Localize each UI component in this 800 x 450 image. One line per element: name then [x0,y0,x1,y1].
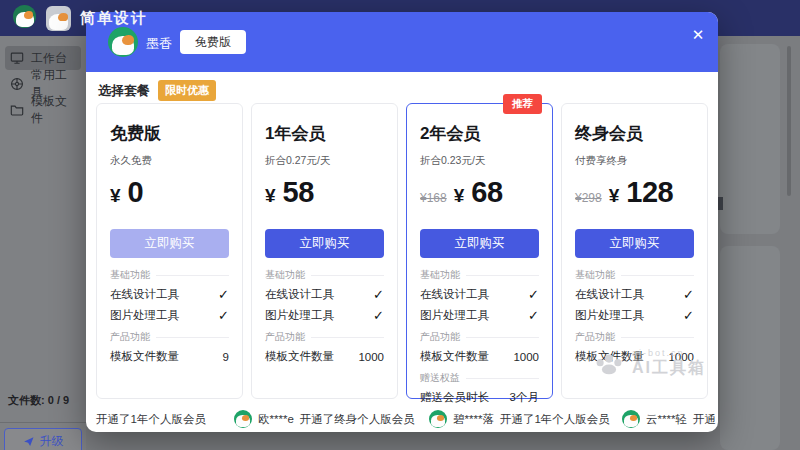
background-panel [720,44,780,234]
ticker-item: 碧****落 开通了1年个人版会员 [429,406,610,432]
feature-row: 在线设计工具 ✓ [420,284,539,305]
currency-symbol: ¥ [609,185,620,207]
tools-icon [10,77,24,91]
ticker-avatar [622,410,640,428]
section-title: 选择套餐 [98,82,150,100]
scrollbar[interactable] [787,46,791,196]
buy-now-button[interactable]: 立即购买 [575,229,694,258]
check-icon: ✓ [528,308,539,323]
watermark-name: AI工具箱 [632,358,706,379]
modal-user-avatar [108,27,138,57]
feature-value: 1000 [358,351,384,363]
plan-section-header: 选择套餐 限时优惠 [98,80,216,101]
app-title: 简单设计 [80,9,148,28]
sidebar-item-templates[interactable]: 模板文件 [5,98,81,122]
feature-row: 图片处理工具 ✓ [265,305,384,326]
feature-value: 9 [223,351,229,363]
price-value: 58 [283,176,314,209]
ticker-text: 开通了终身个人版会员 [300,412,415,427]
sidebar-divider [0,422,86,423]
feature-value: 3个月 [510,390,539,405]
paw-icon [594,353,624,375]
check-icon: ✓ [218,287,229,302]
plan-title: 终身会员 [575,122,694,145]
check-icon: ✓ [683,308,694,323]
upgrade-button[interactable]: 升级 [4,428,82,450]
feature-list: 基础功能 在线设计工具 ✓ 图片处理工具 ✓ 产品功能 模板文件数量 1000 [265,264,384,367]
current-plan-badge[interactable]: 免费版 [180,30,246,54]
plan-subtitle: 永久免费 [110,154,229,168]
buy-now-button[interactable]: 立即购买 [110,229,229,258]
feature-section-label: 赠送权益 [420,371,539,385]
price-value: 68 [471,176,502,209]
feature-name: 模板文件数量 [420,349,489,364]
rocket-icon [23,435,35,447]
feature-section-label: 产品功能 [575,330,694,344]
app-screen: 简单设计 工作台 常用工具 模板文件 文件数: 0 / 9 升级 [0,0,800,450]
feature-value: 1000 [513,351,539,363]
feature-row: 模板文件数量 1000 [265,346,384,367]
plan-subtitle: 付费享终身 [575,154,694,168]
price-value: 0 [128,176,144,209]
watermark-site: ai-bot.cn [632,348,706,358]
upgrade-label: 升级 [40,433,64,450]
feature-section-label: 基础功能 [420,268,539,282]
feature-name: 赠送会员时长 [420,390,489,405]
plan-card-free[interactable]: 免费版 永久免费 ¥ 0 立即购买 基础功能 在线设计工具 ✓ 图片处理工具 ✓ [96,103,243,399]
feature-name: 图片处理工具 [265,308,334,323]
feature-name: 图片处理工具 [420,308,489,323]
feature-name: 在线设计工具 [575,287,644,302]
feature-row: 在线设计工具 ✓ [575,284,694,305]
feature-name: 图片处理工具 [575,308,644,323]
watermark-text: ai-bot.cn AI工具箱 [632,348,706,379]
feature-name: 模板文件数量 [110,349,179,364]
price-value: 128 [626,176,673,209]
plan-card-2year[interactable]: 推荐 2年会员 折合0.23元/天 ¥168 ¥ 68 立即购买 基础功能 在线… [406,103,553,399]
ticker-item: 欧****e 开通了终身个人版会员 [234,406,415,432]
feature-row: 图片处理工具 ✓ [420,305,539,326]
modal-username: 墨香 [146,35,172,53]
ticker-text: 开通 [693,412,716,427]
feature-section-label: 基础功能 [575,268,694,282]
feature-name: 在线设计工具 [265,287,334,302]
feature-row: 赠送会员时长 3个月 [420,387,539,408]
plan-price: ¥168 ¥ 68 [420,176,539,210]
currency-symbol: ¥ [454,185,465,207]
plan-price: ¥ 0 [110,176,229,210]
plan-price: ¥298 ¥ 128 [575,176,694,210]
ticker-username: 云****轻 [646,412,687,427]
feature-row: 模板文件数量 9 [110,346,229,367]
membership-modal: 墨香 免费版 ✕ 选择套餐 限时优惠 免费版 永久免费 ¥ 0 立即购买 基础功… [86,12,718,432]
sidebar: 工作台 常用工具 模板文件 文件数: 0 / 9 升级 [0,36,86,450]
currency-symbol: ¥ [265,185,276,207]
modal-header: 墨香 免费版 ✕ [86,12,718,72]
plan-card-1year[interactable]: 1年会员 折合0.27元/天 ¥ 58 立即购买 基础功能 在线设计工具 ✓ 图… [251,103,398,399]
old-price: ¥168 [420,191,447,205]
close-icon[interactable]: ✕ [688,25,708,45]
feature-section-label: 基础功能 [110,268,229,282]
ticker-text: 开通了1年个人版会员 [96,412,206,427]
promo-badge: 限时优惠 [158,80,216,101]
feature-row: 在线设计工具 ✓ [265,284,384,305]
feature-name: 在线设计工具 [110,287,179,302]
plan-title: 免费版 [110,122,229,145]
feature-list: 基础功能 在线设计工具 ✓ 图片处理工具 ✓ 产品功能 模板文件数量 9 [110,264,229,367]
check-icon: ✓ [683,287,694,302]
ticker-text: 开通了1年个人版会员 [500,412,610,427]
plan-title: 2年会员 [420,122,539,145]
purchase-ticker: 开通了1年个人版会员 欧****e 开通了终身个人版会员 碧****落 开通了1… [86,406,718,432]
feature-row: 模板文件数量 1000 [420,346,539,367]
plan-subtitle: 折合0.27元/天 [265,154,384,168]
ticker-item: 云****轻 开通 [622,406,716,432]
check-icon: ✓ [373,308,384,323]
feature-section-label: 产品功能 [420,330,539,344]
feature-section-label: 产品功能 [110,330,229,344]
buy-now-button[interactable]: 立即购买 [420,229,539,258]
check-icon: ✓ [373,287,384,302]
background-panel [720,246,780,450]
buy-now-button[interactable]: 立即购买 [265,229,384,258]
ticker-avatar [234,410,252,428]
file-count: 文件数: 0 / 9 [8,393,69,408]
old-price: ¥298 [575,191,602,205]
feature-list: 基础功能 在线设计工具 ✓ 图片处理工具 ✓ 产品功能 模板文件数量 1000 … [420,264,539,408]
